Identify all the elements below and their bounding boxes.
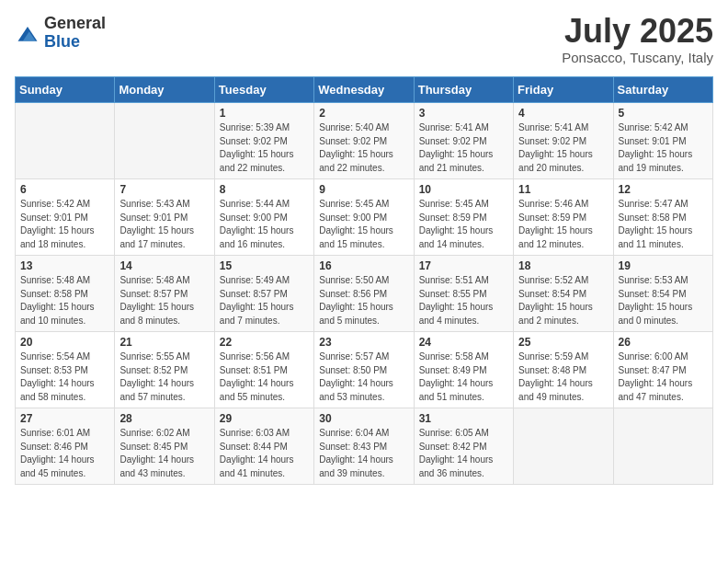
day-info: Sunrise: 5:50 AM Sunset: 8:56 PM Dayligh…	[319, 274, 408, 327]
day-number: 12	[619, 183, 708, 196]
calendar-table: SundayMondayTuesdayWednesdayThursdayFrid…	[15, 76, 713, 485]
calendar-cell: 15Sunrise: 5:49 AM Sunset: 8:57 PM Dayli…	[214, 256, 313, 332]
calendar-cell: 4Sunrise: 5:41 AM Sunset: 9:02 PM Daylig…	[514, 103, 613, 179]
calendar-cell: 25Sunrise: 5:59 AM Sunset: 8:48 PM Dayli…	[514, 332, 613, 408]
day-number: 14	[119, 259, 209, 272]
calendar-cell: 3Sunrise: 5:41 AM Sunset: 9:02 PM Daylig…	[414, 103, 513, 179]
weekday-header-sunday: Sunday	[16, 77, 115, 103]
day-number: 16	[319, 259, 408, 272]
weekday-header-friday: Friday	[514, 77, 613, 103]
logo-blue-text: Blue	[44, 32, 80, 51]
day-number: 4	[518, 107, 608, 120]
day-number: 28	[119, 412, 209, 425]
day-info: Sunrise: 5:42 AM Sunset: 9:01 PM Dayligh…	[619, 121, 708, 175]
day-number: 23	[319, 336, 408, 349]
day-info: Sunrise: 5:40 AM Sunset: 9:02 PM Dayligh…	[319, 121, 408, 175]
day-info: Sunrise: 6:05 AM Sunset: 8:42 PM Dayligh…	[419, 427, 508, 480]
day-number: 3	[419, 107, 508, 120]
calendar-cell: 27Sunrise: 6:01 AM Sunset: 8:46 PM Dayli…	[16, 408, 115, 485]
day-number: 1	[220, 107, 309, 120]
day-info: Sunrise: 5:43 AM Sunset: 9:01 PM Dayligh…	[119, 198, 209, 251]
logo-general-text: General	[44, 14, 106, 32]
calendar-week-row: 6Sunrise: 5:42 AM Sunset: 9:01 PM Daylig…	[16, 179, 713, 256]
calendar-cell: 30Sunrise: 6:04 AM Sunset: 8:43 PM Dayli…	[314, 408, 414, 485]
day-info: Sunrise: 5:59 AM Sunset: 8:48 PM Dayligh…	[518, 350, 608, 404]
calendar-cell: 8Sunrise: 5:44 AM Sunset: 9:00 PM Daylig…	[214, 179, 313, 256]
day-info: Sunrise: 5:53 AM Sunset: 8:54 PM Dayligh…	[619, 274, 708, 327]
day-info: Sunrise: 6:00 AM Sunset: 8:47 PM Dayligh…	[619, 350, 708, 404]
day-number: 15	[220, 259, 309, 272]
day-number: 22	[220, 336, 309, 349]
calendar-cell: 10Sunrise: 5:45 AM Sunset: 8:59 PM Dayli…	[414, 179, 513, 256]
day-info: Sunrise: 5:48 AM Sunset: 8:57 PM Dayligh…	[119, 274, 209, 327]
day-info: Sunrise: 6:02 AM Sunset: 8:45 PM Dayligh…	[119, 427, 209, 480]
calendar-cell: 19Sunrise: 5:53 AM Sunset: 8:54 PM Dayli…	[613, 256, 712, 332]
month-year-title: July 2025	[562, 15, 713, 48]
day-number: 30	[319, 412, 408, 425]
calendar-week-row: 20Sunrise: 5:54 AM Sunset: 8:53 PM Dayli…	[16, 332, 713, 408]
calendar-week-row: 13Sunrise: 5:48 AM Sunset: 8:58 PM Dayli…	[16, 256, 713, 332]
day-number: 24	[419, 336, 508, 349]
day-number: 18	[518, 259, 608, 272]
day-info: Sunrise: 5:39 AM Sunset: 9:02 PM Dayligh…	[220, 121, 309, 175]
day-info: Sunrise: 5:55 AM Sunset: 8:52 PM Dayligh…	[119, 350, 209, 404]
calendar-cell: 11Sunrise: 5:46 AM Sunset: 8:59 PM Dayli…	[514, 179, 613, 256]
calendar-cell: 9Sunrise: 5:45 AM Sunset: 9:00 PM Daylig…	[314, 179, 414, 256]
calendar-cell: 17Sunrise: 5:51 AM Sunset: 8:55 PM Dayli…	[414, 256, 513, 332]
day-info: Sunrise: 5:42 AM Sunset: 9:01 PM Dayligh…	[20, 198, 109, 251]
calendar-cell: 24Sunrise: 5:58 AM Sunset: 8:49 PM Dayli…	[414, 332, 513, 408]
day-number: 26	[619, 336, 708, 349]
day-number: 6	[20, 183, 109, 196]
day-number: 13	[20, 259, 109, 272]
weekday-header-monday: Monday	[115, 77, 214, 103]
calendar-cell: 2Sunrise: 5:40 AM Sunset: 9:02 PM Daylig…	[314, 103, 414, 179]
day-number: 19	[619, 259, 708, 272]
day-info: Sunrise: 5:56 AM Sunset: 8:51 PM Dayligh…	[220, 350, 309, 404]
calendar-cell: 26Sunrise: 6:00 AM Sunset: 8:47 PM Dayli…	[613, 332, 712, 408]
day-info: Sunrise: 5:48 AM Sunset: 8:58 PM Dayligh…	[20, 274, 109, 327]
calendar-cell: 20Sunrise: 5:54 AM Sunset: 8:53 PM Dayli…	[16, 332, 115, 408]
calendar-cell	[115, 103, 214, 179]
page-header: General Blue July 2025 Ponsacco, Tuscany…	[15, 15, 713, 65]
calendar-cell: 31Sunrise: 6:05 AM Sunset: 8:42 PM Dayli…	[414, 408, 513, 485]
day-info: Sunrise: 5:44 AM Sunset: 9:00 PM Dayligh…	[220, 198, 309, 251]
day-number: 11	[518, 183, 608, 196]
day-number: 10	[419, 183, 508, 196]
day-number: 21	[119, 336, 209, 349]
day-info: Sunrise: 5:52 AM Sunset: 8:54 PM Dayligh…	[518, 274, 608, 327]
calendar-cell: 14Sunrise: 5:48 AM Sunset: 8:57 PM Dayli…	[115, 256, 214, 332]
calendar-week-row: 27Sunrise: 6:01 AM Sunset: 8:46 PM Dayli…	[16, 408, 713, 485]
day-number: 8	[220, 183, 309, 196]
day-info: Sunrise: 5:45 AM Sunset: 9:00 PM Dayligh…	[319, 198, 408, 251]
day-number: 17	[419, 259, 508, 272]
calendar-cell: 21Sunrise: 5:55 AM Sunset: 8:52 PM Dayli…	[115, 332, 214, 408]
day-number: 5	[619, 107, 708, 120]
calendar-cell	[514, 408, 613, 485]
day-info: Sunrise: 6:04 AM Sunset: 8:43 PM Dayligh…	[319, 427, 408, 480]
calendar-header-row: SundayMondayTuesdayWednesdayThursdayFrid…	[16, 77, 713, 103]
calendar-week-row: 1Sunrise: 5:39 AM Sunset: 9:02 PM Daylig…	[16, 103, 713, 179]
calendar-cell	[613, 408, 712, 485]
day-info: Sunrise: 5:51 AM Sunset: 8:55 PM Dayligh…	[419, 274, 508, 327]
calendar-cell: 13Sunrise: 5:48 AM Sunset: 8:58 PM Dayli…	[16, 256, 115, 332]
day-number: 7	[119, 183, 209, 196]
calendar-cell: 1Sunrise: 5:39 AM Sunset: 9:02 PM Daylig…	[214, 103, 313, 179]
day-number: 25	[518, 336, 608, 349]
calendar-cell: 16Sunrise: 5:50 AM Sunset: 8:56 PM Dayli…	[314, 256, 414, 332]
weekday-header-tuesday: Tuesday	[214, 77, 313, 103]
calendar-cell: 28Sunrise: 6:02 AM Sunset: 8:45 PM Dayli…	[115, 408, 214, 485]
calendar-cell: 6Sunrise: 5:42 AM Sunset: 9:01 PM Daylig…	[16, 179, 115, 256]
day-number: 2	[319, 107, 408, 120]
day-number: 27	[20, 412, 109, 425]
calendar-cell: 23Sunrise: 5:57 AM Sunset: 8:50 PM Dayli…	[314, 332, 414, 408]
day-info: Sunrise: 5:41 AM Sunset: 9:02 PM Dayligh…	[518, 121, 608, 175]
day-info: Sunrise: 5:57 AM Sunset: 8:50 PM Dayligh…	[319, 350, 408, 404]
logo: General Blue	[15, 15, 106, 52]
calendar-cell: 12Sunrise: 5:47 AM Sunset: 8:58 PM Dayli…	[613, 179, 712, 256]
day-info: Sunrise: 5:47 AM Sunset: 8:58 PM Dayligh…	[619, 198, 708, 251]
day-number: 31	[419, 412, 508, 425]
day-number: 9	[319, 183, 408, 196]
calendar-cell: 29Sunrise: 6:03 AM Sunset: 8:44 PM Dayli…	[214, 408, 313, 485]
calendar-cell: 7Sunrise: 5:43 AM Sunset: 9:01 PM Daylig…	[115, 179, 214, 256]
day-number: 20	[20, 336, 109, 349]
